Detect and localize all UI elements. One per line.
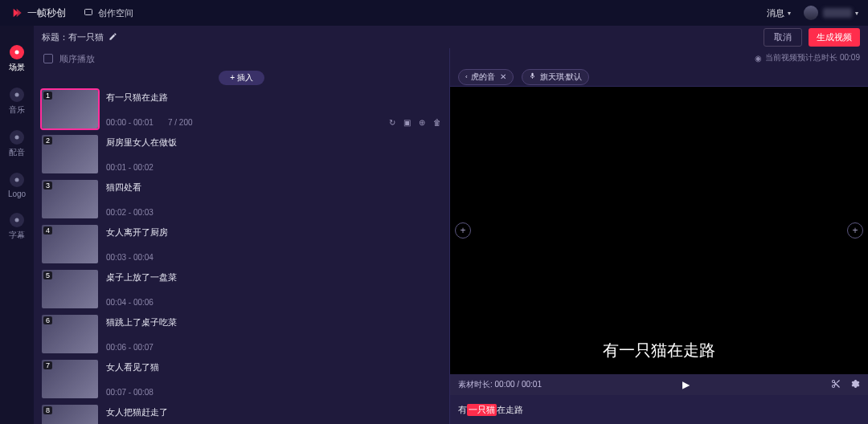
sidebar: 场景音乐配音Logo字幕 <box>0 26 34 424</box>
caption-text-post: 在走路 <box>497 404 523 416</box>
cancel-button[interactable]: 取消 <box>764 28 802 47</box>
edit-title-icon[interactable] <box>108 32 117 43</box>
scene-item[interactable]: 1有一只猫在走路00:00 - 00:017 / 200↻▣⊕🗑 <box>40 88 443 130</box>
scene-number: 3 <box>43 181 52 190</box>
voice-icon <box>10 130 24 145</box>
scene-charcount: 7 / 200 <box>168 118 193 127</box>
voice-chip[interactable]: 旗天琪·默认 <box>522 69 590 85</box>
player-controls: 素材时长: 00:00 / 00:01 ▶ <box>450 374 868 395</box>
scene-thumbnail[interactable]: 3 <box>42 180 98 218</box>
sidebar-item-label: 音乐 <box>9 104 25 116</box>
material-duration: 素材时长: 00:00 / 00:01 <box>458 379 542 390</box>
scene-timerange: 00:01 - 00:02 <box>106 163 154 172</box>
image-icon[interactable]: ▣ <box>403 118 411 127</box>
cut-icon[interactable] <box>831 379 841 390</box>
scene-text: 女人看见了猫 <box>106 361 441 373</box>
clock-icon: ◉ <box>755 54 762 63</box>
workspace-label: 创作空间 <box>98 7 133 19</box>
username <box>823 8 852 18</box>
prev-scene-button[interactable]: + <box>455 222 471 238</box>
messages-menu[interactable]: 消息 ▾ <box>767 7 791 19</box>
svg-point-4 <box>15 178 19 182</box>
title-prefix: 标题： <box>42 31 68 43</box>
app-name: 一帧秒创 <box>27 6 66 20</box>
scene-number: 7 <box>43 361 52 369</box>
sidebar-item-label: Logo <box>8 190 26 198</box>
menubar: 一帧秒创 创作空间 消息 ▾ ▾ <box>0 0 868 26</box>
chevron-down-icon: ▾ <box>788 10 791 17</box>
scene-thumbnail[interactable]: 6 <box>42 315 98 353</box>
scene-item[interactable]: 3猫四处看00:02 - 00:03 <box>40 178 443 220</box>
chevron-down-icon: ▾ <box>855 10 858 17</box>
duration-row: ◉ 当前视频预计总时长 00:09 <box>450 48 868 67</box>
scene-item[interactable]: 7女人看见了猫00:07 - 00:08 <box>40 358 443 400</box>
chevron-left-icon: ‹ <box>465 73 468 80</box>
scene-timerange: 00:02 - 00:03 <box>106 208 154 217</box>
sidebar-item-scenes[interactable]: 场景 <box>9 45 25 73</box>
workspace-tab[interactable]: 创作空间 <box>84 7 133 19</box>
scene-item[interactable]: 2厨房里女人在做饭00:01 - 00:02 <box>40 133 443 175</box>
sound-chip[interactable]: ‹ 虎的音 ✕ <box>458 69 514 85</box>
scene-timerange: 00:00 - 00:01 <box>106 118 154 127</box>
insert-button[interactable]: + 插入 <box>219 71 264 85</box>
music-icon <box>10 88 24 102</box>
caption-text-pre: 有 <box>458 404 467 416</box>
sidebar-item-music[interactable]: 音乐 <box>9 88 25 116</box>
scene-number: 5 <box>43 271 52 279</box>
scene-item[interactable]: 8女人把猫赶走了 <box>40 403 443 424</box>
scenes-icon <box>10 45 24 59</box>
title-value: 有一只猫 <box>68 31 104 43</box>
scene-thumbnail[interactable]: 8 <box>42 405 98 424</box>
scene-thumbnail[interactable]: 4 <box>42 225 98 263</box>
scene-text: 有一只猫在走路 <box>106 92 441 104</box>
scene-thumbnail[interactable]: 7 <box>42 360 98 398</box>
actionbar: 标题： 有一只猫 取消 生成视频 <box>34 26 868 48</box>
play-button[interactable]: ▶ <box>682 379 690 390</box>
sidebar-item-logo[interactable]: Logo <box>8 173 26 198</box>
sequence-label: 顺序播放 <box>59 53 95 65</box>
chip-row: ‹ 虎的音 ✕ 旗天琪·默认 <box>450 67 868 87</box>
settings-icon[interactable] <box>850 379 860 390</box>
scene-text: 猫跳上了桌子吃菜 <box>106 316 441 328</box>
scene-timerange: 00:03 - 00:04 <box>106 253 154 262</box>
next-scene-button[interactable]: + <box>847 222 863 238</box>
scene-number: 4 <box>43 226 52 234</box>
scene-thumbnail[interactable]: 2 <box>42 135 98 173</box>
scene-timerange: 00:04 - 00:06 <box>106 298 154 307</box>
scenes-panel: 顺序播放 + 插入 1有一只猫在走路00:00 - 00:017 / 200↻▣… <box>34 48 450 424</box>
add-icon[interactable]: ⊕ <box>419 118 425 127</box>
sidebar-item-label: 字幕 <box>9 230 25 241</box>
video-preview[interactable]: + + 有一只猫在走路 <box>450 87 868 374</box>
generate-button[interactable]: 生成视频 <box>809 28 860 47</box>
scene-item[interactable]: 4女人离开了厨房00:03 - 00:04 <box>40 223 443 265</box>
total-duration-label: 当前视频预计总时长 00:09 <box>765 52 860 63</box>
svg-point-2 <box>15 93 19 97</box>
scene-number: 1 <box>43 92 52 100</box>
logo-icon <box>10 173 24 187</box>
voice-chip-label: 旗天琪·默认 <box>540 71 583 83</box>
sequence-checkbox[interactable] <box>43 54 53 63</box>
preview-panel: ◉ 当前视频预计总时长 00:09 ‹ 虎的音 ✕ 旗天琪·默认 + + 有一只… <box>450 48 868 424</box>
scene-thumbnail[interactable]: 1 <box>42 90 98 128</box>
svg-rect-0 <box>85 10 92 15</box>
logo-icon <box>10 6 23 19</box>
close-icon[interactable]: ✕ <box>500 72 506 81</box>
scene-number: 6 <box>43 316 52 324</box>
scene-timerange: 00:07 - 00:08 <box>106 388 154 397</box>
delete-icon[interactable]: 🗑 <box>433 118 441 127</box>
sidebar-item-label: 场景 <box>9 62 25 73</box>
scene-item[interactable]: 5桌子上放了一盘菜00:04 - 00:06 <box>40 268 443 310</box>
refresh-icon[interactable]: ↻ <box>389 118 395 127</box>
user-menu[interactable]: ▾ <box>800 6 858 20</box>
sound-chip-label: 虎的音 <box>471 71 495 83</box>
scene-item[interactable]: 6猫跳上了桌子吃菜00:06 - 00:07 <box>40 313 443 355</box>
sidebar-item-subtitle[interactable]: 字幕 <box>9 213 25 241</box>
sidebar-item-voice[interactable]: 配音 <box>9 130 25 158</box>
avatar <box>804 6 818 20</box>
caption-editor[interactable]: 有 一只猫 在走路 <box>450 395 868 424</box>
sidebar-item-label: 配音 <box>9 147 25 158</box>
sequence-row: 顺序播放 <box>34 48 449 69</box>
svg-point-1 <box>15 51 19 55</box>
scene-text: 厨房里女人在做饭 <box>106 137 441 149</box>
scene-thumbnail[interactable]: 5 <box>42 270 98 308</box>
